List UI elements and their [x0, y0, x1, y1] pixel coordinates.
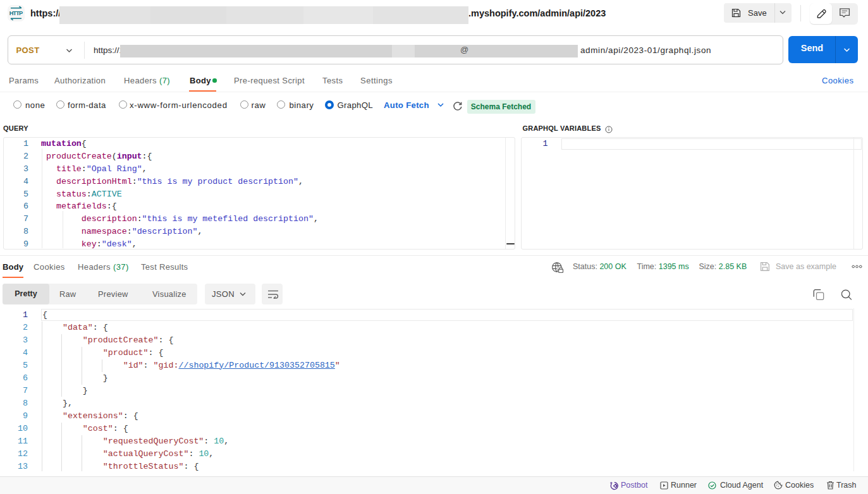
svg-text:HTTP: HTTP [9, 10, 23, 16]
